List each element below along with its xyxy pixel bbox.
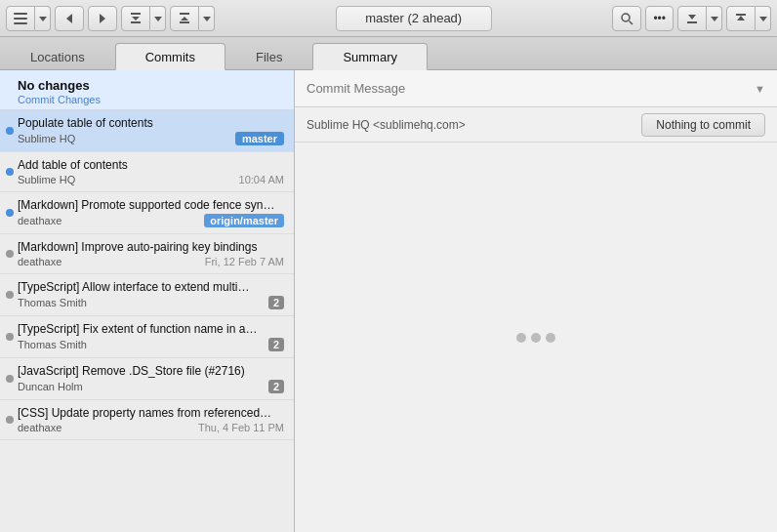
tab-summary[interactable]: Summary [312, 43, 428, 70]
tab-locations[interactable]: Locations [0, 43, 115, 70]
fetch-chevron[interactable] [150, 6, 166, 31]
commit-item[interactable]: Add table of contentsSublime HQ10:04 AM [0, 152, 294, 192]
tab-files-label: Files [256, 50, 282, 64]
commit-list-container: Populate table of contentsSublime HQmast… [0, 110, 294, 440]
commit-badge: origin/master [204, 214, 284, 227]
commit-author: Duncan Holm [18, 381, 83, 392]
commit-message-input[interactable] [307, 81, 747, 96]
no-changes-item[interactable]: No changes Commit Changes [0, 70, 294, 110]
commit-title: [TypeScript] Allow interface to extend m… [18, 280, 281, 294]
commit-item[interactable]: [TypeScript] Fix extent of function name… [0, 316, 294, 358]
toolbar-right: ••• [612, 6, 771, 31]
search-icon [620, 12, 634, 25]
svg-marker-13 [203, 17, 211, 21]
commit-item[interactable]: [TypeScript] Allow interface to extend m… [0, 274, 294, 316]
loading-dots [516, 333, 555, 343]
pull-button[interactable] [677, 6, 707, 31]
commit-dot [6, 168, 14, 176]
commit-author: deathaxe [18, 215, 61, 226]
commit-sub: Sublime HQ10:04 AM [18, 174, 284, 185]
svg-marker-19 [737, 16, 745, 20]
tab-commits[interactable]: Commits [115, 43, 225, 70]
push2-chevron[interactable] [756, 6, 771, 31]
svg-rect-17 [687, 21, 697, 23]
commit-title: [JavaScript] Remove .DS_Store file (#271… [18, 364, 281, 378]
commit-dot [6, 333, 14, 341]
commit-item[interactable]: [CSS] Update property names from referen… [0, 400, 294, 440]
commit-title: Add table of contents [18, 158, 281, 172]
nav-back-button[interactable] [55, 6, 84, 31]
push2-button-group [726, 6, 771, 31]
pull-button-group [677, 6, 722, 31]
loading-dot-1 [516, 333, 526, 343]
push-chevron[interactable] [199, 6, 215, 31]
more-icon: ••• [653, 12, 666, 25]
commit-badge: 2 [268, 296, 284, 309]
commit-item[interactable]: [JavaScript] Remove .DS_Store file (#271… [0, 358, 294, 400]
commit-dot [6, 416, 14, 424]
svg-rect-1 [14, 18, 27, 20]
commit-sub: deathaxeFri, 12 Feb 7 AM [18, 256, 284, 267]
commit-title: [CSS] Update property names from referen… [18, 406, 281, 420]
fetch-button-group [121, 6, 166, 31]
author-bar: Sublime HQ <sublimehq.com> Nothing to co… [295, 107, 777, 143]
commit-time: 10:04 AM [239, 174, 284, 185]
chevron-down-icon-5 [759, 15, 767, 22]
commit-item[interactable]: [Markdown] Improve auto-pairing key bind… [0, 234, 294, 274]
push-button[interactable] [170, 6, 199, 31]
commit-item[interactable]: [Markdown] Promote supported code fence … [0, 192, 294, 234]
commit-badge: 2 [268, 380, 284, 393]
svg-marker-18 [711, 17, 718, 21]
svg-rect-10 [180, 13, 189, 15]
svg-marker-9 [154, 17, 162, 21]
commit-time: Thu, 4 Feb 11 PM [198, 422, 284, 433]
tab-summary-label: Summary [343, 50, 397, 64]
svg-rect-12 [180, 21, 189, 23]
commit-msg-chevron-icon[interactable]: ▼ [755, 83, 765, 95]
author-text: Sublime HQ <sublimehq.com> [307, 118, 466, 132]
svg-point-14 [622, 14, 630, 21]
main-content: No changes Commit Changes Populate table… [0, 70, 777, 532]
fetch-icon [129, 12, 143, 25]
menu-chevron[interactable] [35, 6, 51, 31]
commit-author: Thomas Smith [18, 297, 87, 308]
commit-title: [Markdown] Promote supported code fence … [18, 198, 281, 212]
commit-item[interactable]: Populate table of contentsSublime HQmast… [0, 110, 294, 152]
pull-chevron[interactable] [707, 6, 722, 31]
svg-marker-3 [39, 17, 47, 21]
commit-sub: deathaxeorigin/master [18, 214, 284, 227]
commit-sub: Duncan Holm2 [18, 380, 284, 393]
commit-dot [6, 209, 14, 217]
fetch-button[interactable] [121, 6, 150, 31]
pull-icon [685, 12, 699, 25]
menu-button[interactable] [6, 6, 35, 31]
search-button[interactable] [612, 6, 641, 31]
repo-title: master (2 ahead) [336, 6, 492, 31]
no-changes-title: No changes [18, 78, 284, 93]
push2-button[interactable] [726, 6, 756, 31]
nav-forward-button[interactable] [88, 6, 117, 31]
svg-rect-0 [14, 13, 27, 15]
tab-files[interactable]: Files [225, 43, 312, 70]
commit-title: Populate table of contents [18, 116, 281, 130]
commit-sub: Thomas Smith2 [18, 296, 284, 309]
more-button[interactable]: ••• [645, 6, 674, 31]
push-icon [178, 12, 191, 25]
commit-dot [6, 375, 14, 383]
nothing-to-commit-button[interactable]: Nothing to commit [641, 113, 765, 137]
repo-title-text: master (2 ahead) [365, 11, 462, 25]
commit-dot [6, 291, 14, 299]
svg-line-15 [630, 20, 634, 24]
chevron-down-icon-4 [711, 15, 718, 22]
commit-sub: Thomas Smith2 [18, 338, 284, 351]
menu-button-group [6, 6, 51, 31]
commit-author: Sublime HQ [18, 133, 75, 144]
commit-dot [6, 250, 14, 258]
commit-badge: 2 [268, 338, 284, 351]
svg-marker-16 [688, 15, 696, 20]
right-panel: ▼ Sublime HQ <sublimehq.com> Nothing to … [295, 70, 777, 532]
commit-author: Thomas Smith [18, 339, 87, 350]
svg-marker-5 [100, 14, 105, 23]
svg-rect-20 [736, 14, 746, 16]
tabbar: Locations Commits Files Summary [0, 37, 777, 70]
